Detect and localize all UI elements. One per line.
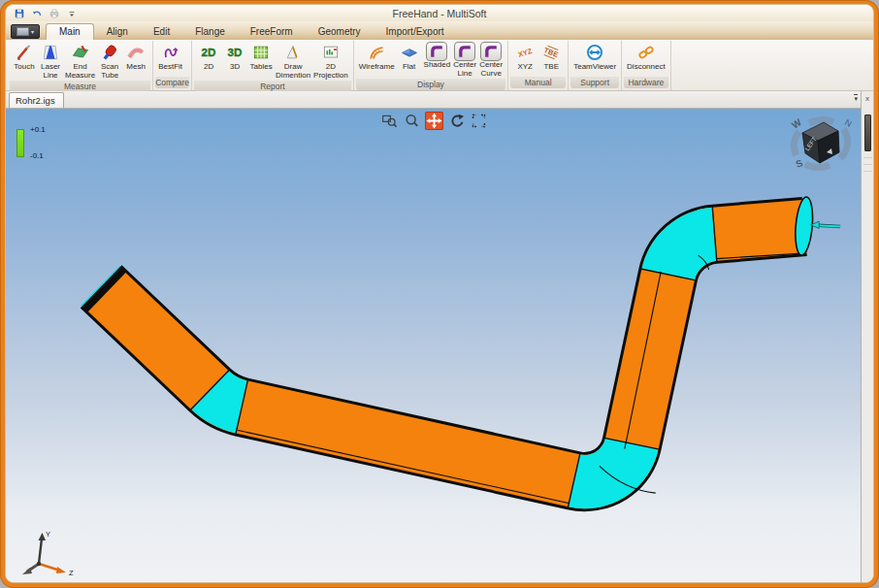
viewport-3d[interactable]: +0.1 -0.1 W N S LEFT [6, 109, 861, 582]
axis-triad: Y Z [17, 527, 80, 577]
center-curve-icon [480, 42, 502, 61]
tab-edit[interactable]: Edit [141, 24, 182, 40]
center-line-icon [454, 42, 475, 61]
draw-dimention-icon [281, 42, 305, 63]
button-label: Draw Dimention [276, 63, 310, 80]
tab-flange[interactable]: Flange [182, 24, 238, 40]
compass-letter-w: W [790, 116, 803, 131]
button-label: End Measure [65, 63, 95, 80]
flat-icon [398, 42, 421, 63]
teamviewer-icon [583, 42, 606, 63]
report-2d-icon: 2D [197, 42, 220, 63]
nav-cube[interactable]: W N S LEFT [786, 112, 856, 176]
ribbon-group-compare: BestFitCompare [153, 41, 192, 90]
bestfit-button[interactable]: BestFit [157, 42, 183, 72]
end-measure-button[interactable]: End Measure [64, 42, 96, 80]
button-label: TeamViewer [573, 63, 616, 72]
group-label-compare: Compare [155, 77, 189, 88]
zoom-window-icon[interactable] [380, 112, 399, 130]
flat-button[interactable]: Flat [397, 42, 422, 72]
center-line-button[interactable]: Center Line [452, 42, 477, 78]
panel-close-icon[interactable]: x [865, 91, 869, 105]
button-label: Wireframe [359, 63, 395, 72]
view-toolbar [380, 112, 488, 130]
window-title: FreeHand - MultiSoft [6, 8, 873, 19]
xyz-icon: XYZ [513, 42, 537, 63]
svg-text:TBE: TBE [543, 46, 560, 59]
2d-button[interactable]: 2D2D [196, 42, 221, 72]
button-label: XYZ [514, 63, 536, 72]
deviation-legend: +0.1 -0.1 [16, 125, 46, 160]
legend-min-label: -0.1 [30, 151, 46, 160]
rotate-icon[interactable] [447, 112, 466, 130]
shaded-icon [426, 42, 447, 61]
button-label: 3D [224, 63, 245, 72]
report-3d-icon: 3D [223, 42, 246, 63]
tab-geometry[interactable]: Geometry [306, 24, 374, 40]
bestfit-icon [159, 42, 182, 63]
tbe-button[interactable]: TBETBE [538, 42, 564, 72]
button-label: Tables [250, 63, 273, 72]
app-window: FreeHand - MultiSoft ▾ MainAlignEditFlan… [0, 0, 879, 588]
button-label: BestFit [158, 63, 182, 72]
tbe-icon: TBE [539, 42, 563, 63]
touch-icon [13, 42, 36, 63]
button-label: Center Line [453, 61, 476, 78]
teamviewer-button[interactable]: TeamViewer [572, 42, 617, 72]
legend-max-label: +0.1 [30, 125, 46, 134]
group-label-manual: Manual [510, 77, 566, 88]
panel-drag-handle[interactable] [864, 114, 871, 151]
ribbon-group-hardware: DisconnectHardware [622, 41, 671, 90]
2d-projection-button[interactable]: 2D Projection [312, 42, 349, 80]
3d-button[interactable]: 3D3D [222, 42, 247, 72]
legend-color-bar [16, 129, 24, 157]
scan-tube-button[interactable]: Scan Tube [97, 42, 122, 80]
tab-freeform[interactable]: FreeForm [238, 24, 306, 40]
tab-align[interactable]: Align [94, 24, 141, 40]
axis-z-label: Z [69, 569, 74, 577]
xyz-button[interactable]: XYZXYZ [512, 42, 537, 72]
svg-text:XYZ: XYZ [517, 47, 534, 59]
document-tab[interactable]: Rohr2.igs [9, 92, 64, 108]
axis-y-label: Y [46, 530, 50, 539]
tab-main[interactable]: Main [46, 23, 94, 40]
app-menu-icon [16, 27, 29, 36]
compass-letter-n: N [843, 117, 853, 129]
group-label-display: Display [356, 79, 506, 90]
menu-tab-row: ▾ MainAlignEditFlangeFreeFormGeometryImp… [6, 21, 873, 40]
wireframe-button[interactable]: Wireframe [358, 42, 396, 72]
tables-button[interactable]: Tables [248, 42, 274, 72]
ribbon-group-report: 2D2D3D3DTablesDraw Dimention2D Projectio… [192, 41, 354, 90]
draw-dimention-button[interactable]: Draw Dimention [275, 42, 311, 80]
document-tab-strip: Rohr2.igs ▾ [6, 91, 861, 109]
ribbon-group-support: TeamViewerSupport [569, 41, 622, 90]
fit-view-icon[interactable] [470, 112, 488, 130]
zoom-icon[interactable] [403, 112, 421, 130]
ribbon-group-measure: TouchLaser LineEnd MeasureScan TubeMeshM… [8, 41, 153, 90]
collapsed-side-panel: x [861, 91, 873, 582]
touch-button[interactable]: Touch [12, 42, 37, 72]
end-measure-icon [69, 42, 92, 63]
menu-tabs: MainAlignEditFlangeFreeFormGeometryImpor… [46, 23, 457, 40]
pin-panel-icon[interactable]: ▾ [854, 94, 858, 102]
disconnect-button[interactable]: Disconnect [626, 42, 667, 72]
ribbon-group-display: WireframeFlatShadedCenter LineCenter Cur… [354, 41, 509, 90]
ribbon-group-manual: XYZXYZTBETBEManual [508, 41, 569, 90]
projection-2d-icon [319, 42, 342, 63]
button-label: TBE [540, 63, 562, 72]
app-menu-button[interactable]: ▾ [11, 24, 40, 39]
tab-import-export[interactable]: Import/Export [374, 24, 457, 40]
pan-icon[interactable] [425, 112, 443, 130]
ribbon: TouchLaser LineEnd MeasureScan TubeMeshM… [6, 40, 873, 91]
title-bar: FreeHand - MultiSoft [6, 5, 873, 21]
group-label-support: Support [570, 77, 619, 88]
svg-text:3D: 3D [228, 46, 243, 58]
wireframe-icon [365, 42, 388, 63]
mesh-button[interactable]: Mesh [123, 42, 148, 72]
pipe-model [6, 109, 861, 582]
center-curve-button[interactable]: Center Curve [478, 42, 504, 78]
group-label-hardware: Hardware [624, 77, 668, 88]
shaded-button[interactable]: Shaded [423, 42, 452, 70]
scan-tube-icon [98, 42, 121, 63]
laser-line-button[interactable]: Laser Line [38, 42, 63, 80]
